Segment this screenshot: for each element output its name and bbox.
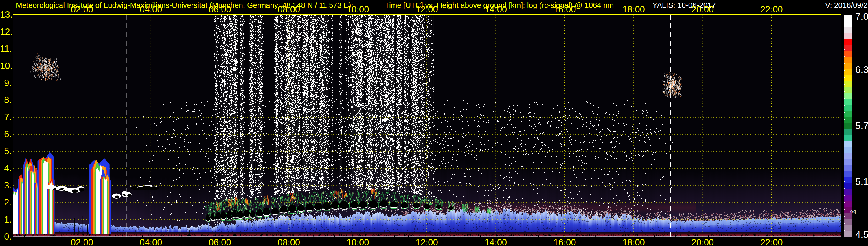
institute-title: Meteorological Institute of Ludwig-Maxim… xyxy=(16,1,353,9)
x-tick-label-top: 20:00 xyxy=(691,5,714,14)
colorbar-tick-label: 5.75 xyxy=(855,121,868,131)
colorbar-tick-label: 7.00 xyxy=(855,11,868,22)
y-tick-label: 12. xyxy=(0,27,11,36)
y-tick-label: 11. xyxy=(0,44,11,54)
x-tick-label-top: 22:00 xyxy=(761,5,783,14)
x-tick-label-top: 04:00 xyxy=(140,5,162,14)
plot-frame xyxy=(13,14,841,237)
x-tick-label-bottom: 08:00 xyxy=(278,238,300,246)
y-tick-label: 3. xyxy=(0,181,11,190)
x-tick-label-top: 08:00 xyxy=(278,5,300,14)
x-tick-label-bottom: 12:00 xyxy=(415,238,438,246)
colorbar xyxy=(844,15,852,237)
y-tick-label: 13. xyxy=(0,10,11,20)
colorbar-ticks xyxy=(844,15,845,237)
y-tick-label: 4. xyxy=(0,164,11,173)
x-tick-label-top: 16:00 xyxy=(554,5,576,14)
y-tick-label: 6. xyxy=(0,130,11,139)
x-tick-label-top: 14:00 xyxy=(485,5,507,14)
x-tick-label-bottom: 10:00 xyxy=(347,238,369,246)
version-label: V: 2016/09/27 xyxy=(825,1,868,9)
y-tick-label: 2. xyxy=(0,198,11,207)
x-tick-label-bottom: 18:00 xyxy=(622,238,645,246)
y-tick-label: 10. xyxy=(0,61,11,71)
y-tick-label: 8. xyxy=(0,95,11,105)
colorbar-tick-label: 6.38 xyxy=(855,65,868,75)
x-tick-label-top: 12:00 xyxy=(415,5,438,14)
x-tick-label-top: 06:00 xyxy=(209,5,231,14)
x-tick-label-top: 18:00 xyxy=(622,5,645,14)
x-tick-label-top: 10:00 xyxy=(347,5,369,14)
y-tick-label: 0. xyxy=(0,232,11,241)
x-tick-label-bottom: 04:00 xyxy=(140,238,162,246)
colorbar-tick-label: 4.50 xyxy=(855,230,868,240)
x-tick-label-bottom: 14:00 xyxy=(485,238,507,246)
x-tick-label-bottom: 20:00 xyxy=(691,238,714,246)
x-tick-label-bottom: 06:00 xyxy=(209,238,231,246)
x-tick-label-bottom: 22:00 xyxy=(761,238,783,246)
y-tick-label: 9. xyxy=(0,79,11,88)
y-tick-label: 1. xyxy=(0,215,11,224)
lidar-heatmap-canvas xyxy=(13,15,840,237)
y-tick-label: 7. xyxy=(0,113,11,122)
eq-label: eq xyxy=(850,209,856,214)
x-tick-label-top: 02:00 xyxy=(71,5,93,14)
x-tick-label-bottom: 02:00 xyxy=(71,238,93,246)
x-tick-label-bottom: 16:00 xyxy=(554,238,576,246)
y-tick-label: 5. xyxy=(0,147,11,156)
colorbar-tick-label: 5.12 xyxy=(855,177,868,187)
